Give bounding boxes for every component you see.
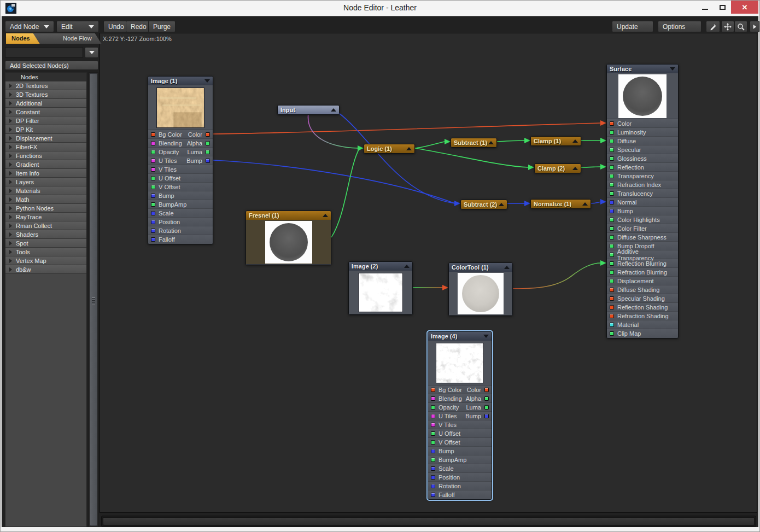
node-header[interactable]: Clamp (1) [531, 137, 581, 145]
purge-button[interactable]: Purge [148, 21, 176, 32]
sidebar-item-additional[interactable]: Additional [5, 99, 86, 108]
input-port-position[interactable] [431, 475, 435, 480]
node-header[interactable]: Logic (1) [364, 144, 414, 153]
sidebar-item-dp-filter[interactable]: DP Filter [5, 116, 86, 125]
sidebar-item-math[interactable]: Math [5, 195, 86, 204]
input-port-scale[interactable] [151, 211, 155, 215]
input-port-bump[interactable] [431, 449, 435, 453]
input-port-displacement[interactable] [610, 279, 614, 283]
input-port-color-filter[interactable] [610, 226, 614, 231]
input-port-refraction-blurring[interactable] [610, 270, 614, 274]
input-port-rotation[interactable] [431, 484, 435, 488]
input-port-material[interactable] [610, 323, 614, 327]
sidebar-item-rman-collect[interactable]: Rman Collect [5, 221, 86, 230]
node-graph-canvas[interactable]: X:272 Y:-127 Zoom:100% Image (1)Bg Color… [100, 33, 757, 513]
sidebar-item-python-nodes[interactable]: Python Nodes [5, 204, 86, 213]
sidebar-item-spot[interactable]: Spot [5, 239, 86, 248]
collapse-arrow-icon[interactable] [483, 335, 489, 338]
node-surface[interactable]: SurfaceColorLuminosityDiffuseSpecularGlo… [606, 64, 679, 338]
sidebar-item-item-info[interactable]: Item Info [5, 169, 86, 178]
node-header[interactable]: Image (4) [428, 332, 492, 341]
node-input[interactable]: Input [277, 105, 340, 115]
input-port-refraction-index[interactable] [610, 183, 614, 187]
input-port-u-offset[interactable] [151, 176, 155, 180]
node-header[interactable]: Subtract (1) [451, 138, 496, 147]
add-node-dropdown[interactable]: Add Node [5, 21, 54, 32]
node-image1[interactable]: Image (1)Bg ColorColorBlendingAlphaOpaci… [148, 76, 213, 244]
edit-dropdown[interactable]: Edit [56, 21, 99, 32]
input-port-v-offset[interactable] [151, 185, 155, 189]
node-search-input[interactable] [5, 47, 83, 58]
node-subtract2[interactable]: Subtract (2) [460, 200, 507, 209]
expand-arrow-icon[interactable] [582, 202, 588, 206]
expand-arrow-icon[interactable] [331, 108, 336, 112]
input-port-refraction-shading[interactable] [610, 314, 614, 318]
expand-arrow-icon[interactable] [323, 214, 328, 217]
expand-arrow-icon[interactable] [406, 147, 412, 150]
node-header[interactable]: Normalize (1) [531, 200, 591, 208]
expand-arrow-icon[interactable] [572, 167, 578, 170]
input-port-clip-map[interactable] [610, 331, 614, 336]
sidebar-item-displacement[interactable]: Displacement [5, 134, 86, 143]
input-port-u-tiles[interactable] [431, 414, 435, 418]
node-header[interactable]: Image (1) [148, 77, 213, 85]
close-button[interactable]: ✕ [731, 1, 758, 14]
expand-arrow-icon[interactable] [504, 266, 510, 269]
input-port-opacity[interactable] [431, 405, 435, 410]
input-port-diffuse-shading[interactable] [610, 288, 614, 292]
input-port-diffuse[interactable] [610, 139, 614, 143]
input-port-v-tiles[interactable] [431, 423, 435, 427]
sidebar-item-layers[interactable]: Layers [5, 178, 86, 186]
input-port-v-offset[interactable] [431, 440, 435, 445]
input-port-color-highlights[interactable] [610, 218, 614, 222]
output-port-bump[interactable] [206, 159, 210, 163]
sidebar-scrollbar[interactable] [89, 72, 98, 527]
node-clamp1[interactable]: Clamp (1) [530, 136, 581, 146]
node-logic1[interactable]: Logic (1) [364, 144, 415, 154]
input-port-bump[interactable] [610, 209, 614, 213]
input-port-blending[interactable] [431, 396, 435, 401]
sidebar-item-vertex-map[interactable]: Vertex Map [5, 256, 86, 265]
sidebar-item-materials[interactable]: Materials [5, 186, 86, 195]
pan-tool-button[interactable] [721, 21, 734, 32]
output-port-alpha[interactable] [484, 396, 489, 401]
sidebar-item-constant[interactable]: Constant [5, 108, 86, 116]
sidebar-item-dp-kit[interactable]: DP Kit [5, 125, 86, 134]
output-port-luma[interactable] [206, 150, 210, 154]
sidebar-item-tools[interactable]: Tools [5, 248, 86, 256]
canvas-horizontal-scrollbar[interactable] [101, 516, 756, 527]
node-image2[interactable]: Image (2) [348, 261, 413, 315]
node-clamp2[interactable]: Clamp (2) [534, 163, 581, 173]
input-port-color[interactable] [610, 121, 614, 126]
sidebar-item-functions[interactable]: Functions [5, 151, 86, 160]
input-port-diffuse-sharpness[interactable] [610, 235, 614, 239]
input-port-translucency[interactable] [610, 191, 614, 196]
node-header[interactable]: Input [278, 106, 339, 114]
input-port-specular-shading[interactable] [610, 296, 614, 301]
input-port-bump[interactable] [151, 194, 155, 198]
input-port-bg-color[interactable] [431, 388, 435, 392]
sidebar-item-raytrace[interactable]: RayTrace [5, 213, 86, 221]
minimize-button[interactable] [696, 1, 714, 14]
sidebar-item-shaders[interactable]: Shaders [5, 230, 86, 239]
input-port-position[interactable] [151, 220, 155, 224]
output-port-color[interactable] [484, 388, 489, 392]
expand-arrow-icon[interactable] [572, 139, 578, 143]
input-port-opacity[interactable] [151, 150, 155, 154]
collapse-arrow-icon[interactable] [670, 67, 675, 71]
panel-expand-button[interactable] [750, 21, 759, 32]
node-image4[interactable]: Image (4)Bg ColorColorBlendingAlphaOpaci… [428, 331, 492, 500]
expand-arrow-icon[interactable] [404, 265, 410, 268]
input-port-falloff[interactable] [431, 493, 435, 497]
scrollbar-thumb[interactable] [103, 517, 755, 525]
node-colortool1[interactable]: ColorTool (1) [448, 262, 513, 316]
input-port-normal[interactable] [610, 200, 614, 204]
node-subtract1[interactable]: Subtract (1) [451, 138, 497, 148]
zoom-tool-button[interactable] [734, 21, 747, 32]
add-selected-nodes-button[interactable]: Add Selected Node(s) [5, 61, 98, 70]
node-header[interactable]: Surface [607, 65, 678, 73]
input-port-blending[interactable] [151, 141, 155, 145]
input-port-transparency[interactable] [610, 174, 614, 178]
node-header[interactable]: Clamp (2) [535, 164, 581, 173]
input-port-luminosity[interactable] [610, 130, 614, 135]
